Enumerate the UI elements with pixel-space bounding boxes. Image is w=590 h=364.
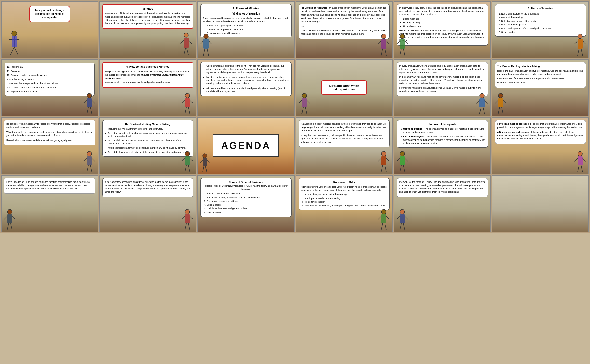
svg-line-38	[84, 100, 87, 103]
how-body1: The person writing the minutes should ha…	[105, 70, 191, 80]
svg-line-100	[578, 165, 579, 172]
svg-line-9	[189, 40, 192, 44]
forms-title: 2. Forms of Minutes	[203, 6, 289, 11]
svg-line-125	[403, 223, 405, 230]
donts-box: The Don'ts of Meeting Minutes Taking: In…	[102, 120, 194, 157]
svg-line-105	[12, 216, 15, 219]
svg-point-96	[578, 151, 582, 156]
svg-point-120	[400, 209, 405, 214]
svg-rect-67	[87, 156, 92, 165]
svg-line-98	[574, 158, 578, 161]
item-10: 10. Easy and understandable language	[7, 73, 92, 77]
item-9: 9. Number of regret letters	[7, 77, 92, 81]
limits-discussion-box: Limits Discussion - The agenda helps the…	[4, 178, 95, 194]
prioritize-title: 3.Prioritize meeting discussion - Topics…	[497, 122, 584, 129]
figure-r3c1	[83, 151, 97, 174]
svg-line-86	[378, 158, 381, 161]
svg-line-101	[581, 165, 583, 172]
cell-r4c1: Limits Discussion - The agenda helps the…	[1, 175, 98, 232]
svg-rect-97	[578, 156, 583, 165]
action-list: Board meetings Hearing meetings Council …	[399, 17, 486, 28]
cell-r3c4: An agenda is a list of meeting activitie…	[296, 117, 393, 174]
figure-r4c5	[395, 209, 409, 232]
svg-point-6	[184, 33, 188, 37]
parliamentary-box: In parliamentary procedure, an order of …	[102, 178, 194, 197]
svg-point-102	[7, 209, 12, 214]
good-minutes-box: Good minutes are brief and to the point.…	[200, 62, 292, 96]
cell-r1c1: Today we will be doing a presentation on…	[1, 1, 98, 58]
dos-body1: Record the date, time, location and type…	[497, 69, 584, 76]
minutes-definition-box: Minutes Minutes is an official written s…	[102, 4, 194, 29]
cell-r4c2: In parliamentary procedure, an order of …	[99, 175, 197, 232]
svg-point-30	[578, 34, 582, 39]
svg-rect-13	[203, 39, 209, 49]
svg-line-23	[385, 49, 386, 56]
svg-line-26	[397, 41, 400, 44]
cell-r3c3: AGENDA	[197, 117, 295, 174]
cell-r4c4: Decisions to Make After determining your…	[296, 175, 393, 232]
figure-r4c4	[377, 209, 391, 232]
svg-line-124	[400, 223, 401, 230]
donts-list: Including every detail from the meeting …	[105, 127, 191, 154]
minutes-body: Minutes is an official written statement…	[105, 12, 191, 25]
svg-rect-61	[498, 98, 503, 107]
figure-r2c1	[83, 93, 97, 116]
svg-point-24	[400, 34, 405, 39]
concise-p2: Write the minutes as soon as possible af…	[6, 131, 93, 137]
figure-r3c5	[395, 151, 409, 174]
concise-box: Be concise. It's not necessary to record…	[4, 120, 95, 145]
svg-rect-25	[400, 39, 405, 49]
svg-line-57	[485, 100, 488, 103]
svg-line-20	[378, 41, 381, 44]
svg-line-27	[405, 41, 408, 44]
cell-r3c5: Purpose of the agenda Notice of meeting …	[394, 117, 491, 174]
svg-line-47	[188, 107, 190, 114]
svg-line-116	[378, 216, 381, 219]
cell-r2c4: Do's and Don't when taking minutes	[296, 59, 393, 116]
svg-point-108	[185, 209, 190, 214]
svg-line-62	[495, 100, 498, 103]
svg-rect-31	[578, 39, 583, 49]
svg-line-83	[205, 166, 207, 172]
numbered-items-box: 12. Proper data 11. Divisions 10. Easy a…	[5, 63, 95, 96]
svg-line-104	[4, 216, 7, 219]
figure-r3c6	[573, 151, 587, 174]
decisions-title: Decisions to Make	[301, 180, 388, 184]
forms-body: These minutes will be a concise summary …	[203, 17, 289, 23]
svg-rect-19	[381, 39, 386, 49]
minutes-title: Minutes	[105, 7, 191, 11]
dos-title: The Dos of Meeting Minutes Taking:	[497, 64, 584, 68]
svg-line-106	[7, 223, 9, 230]
svg-line-87	[386, 158, 389, 161]
svg-point-12	[204, 34, 208, 39]
svg-line-45	[190, 100, 193, 103]
agenda-sign-box: AGENDA	[213, 134, 279, 157]
figure-r1c4	[377, 33, 391, 58]
svg-rect-43	[185, 98, 190, 107]
cell-r1c6: 3. Parts of Minutes Name and address of …	[492, 1, 589, 58]
figure-r1c1	[7, 30, 22, 58]
svg-line-35	[581, 49, 583, 56]
figure-r4c1	[3, 209, 17, 232]
svg-line-69	[92, 158, 95, 161]
cell-r2c6: The Dos of Meeting Minutes Taking: Recor…	[492, 59, 589, 116]
svg-point-54	[480, 93, 484, 98]
svg-point-36	[87, 93, 92, 98]
figure-r3c4	[377, 151, 391, 174]
svg-line-71	[90, 165, 92, 172]
svg-line-94	[400, 165, 401, 172]
svg-line-93	[405, 158, 408, 161]
svg-rect-73	[185, 156, 190, 165]
svg-line-14	[200, 41, 203, 44]
figure-r2c2	[181, 93, 195, 116]
svg-line-28	[400, 49, 401, 56]
cell-r2c3: Good minutes are brief and to the point.…	[197, 59, 295, 116]
action-body1: In other words, they capture only the co…	[399, 6, 486, 16]
svg-point-78	[203, 154, 207, 158]
agenda-def-p1: An agenda is a list of meeting activitie…	[301, 122, 388, 132]
svg-line-56	[476, 100, 479, 103]
rules-regs-box: In every organization, there are rules a…	[397, 62, 488, 96]
figure-r4c2	[181, 209, 195, 232]
svg-point-48	[302, 93, 307, 98]
prework-box: Pre-work for the meeting. This will incl…	[397, 178, 488, 197]
